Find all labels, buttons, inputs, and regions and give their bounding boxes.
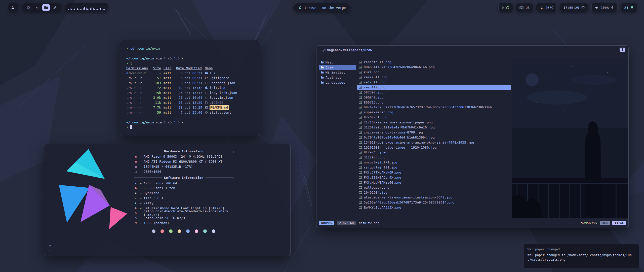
launcher-button[interactable] [8, 3, 18, 12]
filetype-icon [205, 91, 208, 94]
spec-icon: ▲ [134, 182, 138, 185]
filetype-icon [205, 81, 208, 85]
thermometer-icon [540, 6, 543, 10]
file-list-item[interactable]: result2.png [357, 85, 511, 90]
file-list-item[interactable]: FXfcII0X0AQyn9X.png [357, 175, 511, 180]
file-list-item[interactable]: nnvuv0xj2df71.jpg [357, 160, 511, 165]
command-text: l [130, 61, 132, 66]
sidebar-folder-item[interactable]: Minimalist [319, 70, 356, 75]
volume-widget[interactable]: 100% [591, 3, 618, 12]
file-list-item[interactable]: 20492984.jpg [357, 190, 511, 195]
file-list-item[interactable]: kurz.png [357, 70, 511, 75]
file-name: 68747470733a2f2f696d616765732d7769786d70… [364, 105, 492, 109]
visualizer-bar [77, 8, 78, 10]
file-name: LICENSE [210, 100, 223, 105]
file-list-item[interactable]: 5a266e448add93deab367d87173e9f25-6837886… [357, 200, 511, 205]
file-list-item[interactable]: ressdfgult.png [357, 60, 511, 65]
updates-widget[interactable]: 0 [498, 3, 513, 12]
file-list-item[interactable]: 866715.png [357, 100, 511, 105]
file-list-item[interactable]: resssult.png [357, 75, 511, 80]
workspace-button[interactable] [51, 4, 59, 11]
image-file-icon [359, 166, 362, 169]
file-date: 6 oct 00:31 [176, 71, 202, 76]
file-owner: matt [164, 85, 174, 90]
keyboard-layout-widget[interactable]: US [516, 3, 533, 12]
file-list-item[interactable]: atardecer-en-la-montanas-ilustracion-634… [357, 195, 511, 200]
workspace-button[interactable] [33, 4, 41, 11]
file-list-item[interactable]: 8FKa7Cu.jpeg [357, 150, 511, 155]
file-name: 5a266e448add93deab367d87173e9f25-6837886… [364, 200, 454, 204]
fetch-prompt[interactable]: ~ › [49, 243, 51, 253]
workspaces-widget [22, 3, 61, 12]
sidebar-folder-item[interactable]: Landscapes [319, 80, 356, 85]
image-file-icon [359, 146, 362, 149]
weather-widget[interactable]: 26°C [536, 3, 557, 12]
sidebar-folder-item[interactable]: Abstract [319, 75, 356, 80]
file-permissions: drwxr-xr-x [126, 71, 148, 76]
image-file-icon [359, 201, 362, 204]
file-list-item[interactable]: super-mario.png [357, 110, 511, 115]
section-title: Software Information [164, 176, 204, 180]
notifications-widget[interactable]: 24 [621, 3, 637, 12]
palette-dot [212, 229, 215, 233]
sidebar-folder-item[interactable]: Draw [319, 65, 356, 70]
file-size-badge: 218.8 KB [337, 221, 356, 225]
file-list-item[interactable]: 08a634fa02a32364f69ebc86a98eb1eb.png [357, 65, 511, 70]
sidebar-folder-item[interactable]: Misc [319, 60, 356, 65]
arch-logo-icon [11, 5, 15, 10]
terminal-window[interactable]: ›cd.config/nvim ~/.config/nvimvia☾v5.4.6… [120, 40, 260, 136]
filetype-icon [205, 101, 208, 104]
prompt-symbol: › [126, 61, 128, 66]
file-list-item[interactable]: chica-mirando-la-luna-8799.jpg [357, 130, 511, 135]
visualizer-bar [78, 9, 79, 10]
file-list-item[interactable]: FXfcHgcWIAMzs0G.png [357, 180, 511, 185]
visualizer-bar [70, 8, 71, 10]
file-list-item[interactable]: 587597.jpg [357, 90, 511, 95]
file-permissions: .rw-r--r-- [126, 100, 148, 105]
file-list-item[interactable]: 19201080-__blue-tinge__-1920×1080.jpg [357, 145, 511, 150]
workspace-button[interactable] [25, 4, 32, 11]
file-list-item[interactable]: 3122955.png [357, 155, 511, 160]
terminal-command-line: ›cd.config/nvim [126, 46, 254, 51]
workspace-button[interactable] [42, 4, 50, 11]
visualizer-bar [102, 9, 102, 10]
file-list-item[interactable]: FXfcJlTXgAMvH6R.png [357, 170, 511, 175]
file-list-item[interactable]: 596848.jpg [357, 95, 511, 100]
file-list-item[interactable]: rsjqojlmjhf91.jpg [357, 165, 511, 170]
folder-sidebar: Misc Draw Minimalist Abstract Landscapes [319, 60, 356, 85]
media-player-widget[interactable]: thrown - on the verge [293, 3, 351, 12]
clock-widget[interactable]: 17:50:29 [560, 3, 588, 12]
arrow-icon: → [140, 160, 142, 163]
file-list-item[interactable]: 68747470733a2f2f696d616765732d7769786d70… [357, 105, 511, 110]
notification-toast[interactable]: Wallpaper Changed Wallpaper changed to /… [523, 244, 639, 268]
arrow-icon: → [140, 191, 142, 195]
audio-visualizer[interactable] [65, 3, 108, 12]
image-file-icon [359, 206, 362, 209]
terminal-input-line[interactable]: › [126, 125, 254, 130]
file-manager-window[interactable]: ~/Imagenes/Wallpapers/Draw 1 Misc Draw M… [316, 45, 629, 228]
file-list-item[interactable]: 0c794faf07de24a4db4d4fb1eb813964.jpg [357, 135, 511, 140]
file-list-item[interactable]: 87r687df.png [357, 115, 511, 120]
image-file-icon [359, 116, 362, 119]
listing-header-row: PermissionsSizeUserDate ModifiedName [126, 66, 254, 71]
file-list-item[interactable]: wallpaper.png [357, 185, 511, 190]
filetype-icon [205, 72, 208, 75]
fetch-terminal-window[interactable]: Hardware Information ▣ → AMD Ryzen 9 590… [44, 144, 291, 256]
listing-row: .rw-r--r-- 11k matt 18 oct 13:29 LICENSE [126, 100, 254, 105]
workspace-icon [35, 6, 39, 10]
visualizer-bar [90, 8, 91, 10]
visualizer-bar [73, 9, 73, 10]
file-size: 7,7k [150, 105, 161, 110]
file-list-item[interactable]: 3126f7e9bbf21a8a4af0b67b041c6e26.jpg [357, 125, 511, 130]
file-list-item[interactable]: re1sult.png [357, 80, 511, 85]
file-list-item[interactable]: 217167-sad-anime-rain-wallpaper.png [357, 120, 511, 125]
image-file-icon [359, 141, 362, 144]
filetype-icon [205, 111, 208, 114]
listing-header: Name [205, 66, 254, 71]
file-list-item[interactable]: 154928-odinokoe_anime-art-anime-okno-sin… [357, 140, 511, 145]
file-name: 08a634fa02a32364f69ebc86a98eb1eb.png [364, 65, 435, 69]
spec-value: Catppuccin-SE [GTK2/3] [144, 216, 187, 220]
spec-icon: ◑ [134, 211, 138, 215]
tab-indicator[interactable]: 1 [620, 48, 625, 52]
file-list-item[interactable]: EeNKYgIUcAAJ5JX.png [357, 205, 511, 210]
